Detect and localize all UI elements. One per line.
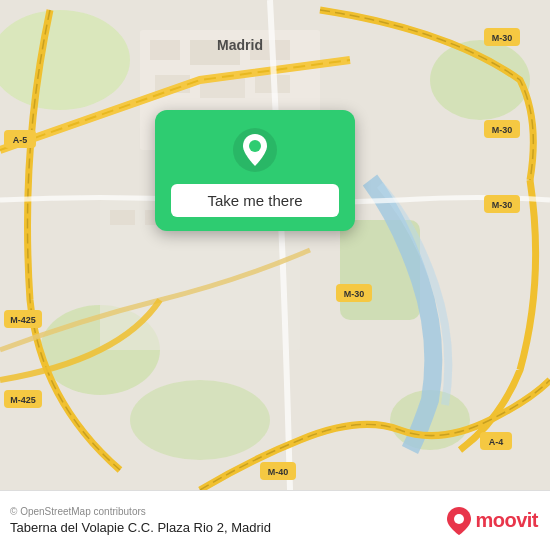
svg-point-39: [249, 140, 261, 152]
moovit-brand-name: moovit: [475, 509, 538, 532]
svg-point-40: [454, 514, 464, 524]
svg-text:Madrid: Madrid: [217, 37, 263, 53]
take-me-there-button[interactable]: Take me there: [171, 184, 339, 217]
svg-text:A-4: A-4: [489, 437, 504, 447]
place-name: Taberna del Volapie C.C. Plaza Rio 2, Ma…: [10, 520, 447, 535]
take-me-card: Take me there: [155, 110, 355, 231]
map-container: A-5 M-30 M-30 M-30 M-30 M-425 M-425 M-40…: [0, 0, 550, 490]
svg-text:M-425: M-425: [10, 315, 36, 325]
svg-rect-15: [110, 210, 135, 225]
svg-text:M-30: M-30: [344, 289, 365, 299]
svg-text:M-30: M-30: [492, 125, 513, 135]
svg-rect-8: [150, 40, 180, 60]
svg-text:M-30: M-30: [492, 33, 513, 43]
footer-left: © OpenStreetMap contributors Taberna del…: [10, 506, 447, 535]
footer: © OpenStreetMap contributors Taberna del…: [0, 490, 550, 550]
moovit-pin-icon: [447, 507, 471, 535]
svg-text:M-30: M-30: [492, 200, 513, 210]
map-attribution: © OpenStreetMap contributors: [10, 506, 447, 517]
svg-text:M-40: M-40: [268, 467, 289, 477]
moovit-logo: moovit: [447, 507, 538, 535]
svg-text:M-425: M-425: [10, 395, 36, 405]
svg-point-6: [130, 380, 270, 460]
location-pin-icon: [233, 128, 277, 172]
svg-text:A-5: A-5: [13, 135, 28, 145]
